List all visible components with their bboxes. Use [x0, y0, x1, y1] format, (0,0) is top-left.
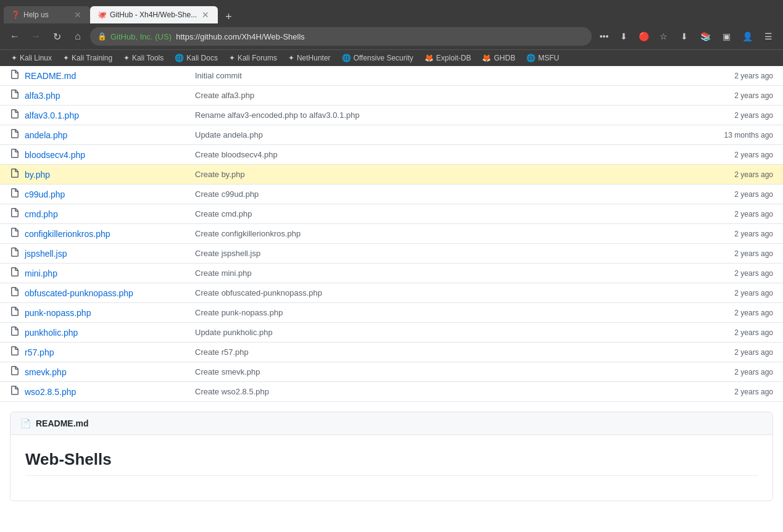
table-row: punkholic.php Update punkholic.php 2 yea… [0, 323, 783, 343]
bookmark-kali-forums-label: Kali Forums [238, 54, 277, 62]
bookmark-exploit-db-label: Exploit-DB [436, 54, 471, 62]
file-icon [10, 70, 20, 81]
bookmark-star-button[interactable]: ☆ [655, 28, 672, 45]
table-row: cmd.php Create cmd.php 2 years ago [0, 204, 783, 224]
kali-training-icon: ✦ [63, 54, 69, 62]
file-link[interactable]: README.md [25, 71, 76, 81]
file-time: 2 years ago [693, 190, 773, 199]
file-link[interactable]: alfa3.php [25, 91, 60, 101]
table-row: wso2.8.5.php Create wso2.8.5.php 2 years… [0, 382, 783, 402]
file-message: Create cmd.php [195, 209, 693, 218]
sync-button[interactable]: 🔴 [635, 28, 652, 45]
file-link[interactable]: wso2.8.5.php [25, 387, 76, 397]
file-icon [10, 326, 20, 338]
reload-button[interactable]: ↻ [48, 28, 65, 45]
address-bar[interactable]: 🔒 GitHub, Inc. (US) https://github.com/X… [90, 27, 592, 46]
file-link[interactable]: configkillerionkros.php [25, 229, 110, 239]
tab-help-title: Help us [23, 10, 69, 19]
file-message: Create punk-nopass.php [195, 308, 693, 317]
forward-button[interactable]: → [27, 28, 44, 45]
file-time: 2 years ago [693, 230, 773, 238]
table-row: jspshell.jsp Create jspshell.jsp 2 years… [0, 244, 783, 264]
bookmark-exploit-db[interactable]: 🦊 Exploit-DB [420, 52, 476, 64]
bookmark-offensive-security[interactable]: 🌐 Offensive Security [337, 52, 418, 64]
file-time: 2 years ago [693, 348, 773, 357]
table-row: alfa3.php Create alfa3.php 2 years ago [0, 86, 783, 106]
more-button[interactable]: ••• [595, 28, 613, 45]
file-icon [10, 287, 20, 299]
file-name-col: by.php [10, 168, 195, 180]
bookmark-ghdb[interactable]: 🦊 GHDB [477, 52, 520, 64]
file-icon [10, 89, 20, 101]
file-link[interactable]: jspshell.jsp [25, 249, 67, 259]
file-time: 2 years ago [693, 72, 773, 80]
file-link[interactable]: mini.php [25, 268, 57, 278]
exploit-db-icon: 🦊 [425, 54, 434, 62]
library-button[interactable]: 📚 [697, 28, 714, 45]
file-link[interactable]: r57.php [25, 347, 54, 357]
file-icon [10, 188, 20, 200]
file-link[interactable]: punk-nopass.php [25, 308, 91, 318]
file-icon [10, 366, 20, 378]
file-time: 2 years ago [693, 328, 773, 337]
file-icon [10, 267, 20, 279]
home-button[interactable]: ⌂ [69, 28, 86, 45]
file-link[interactable]: cmd.php [25, 209, 58, 219]
tab-github[interactable]: 🐙 GitHub - Xh4H/Web-She... ✕ [90, 6, 218, 23]
add-tab-button[interactable]: + [223, 10, 234, 23]
offensive-security-icon: 🌐 [342, 54, 351, 62]
file-name-col: punk-nopass.php [10, 307, 195, 318]
file-message: Create c99ud.php [195, 189, 693, 199]
readme-section: 📄 README.md Web-Shells [10, 412, 773, 501]
secure-icon: 🔒 [97, 32, 107, 41]
file-time: 2 years ago [693, 170, 773, 179]
bookmark-kali-linux-label: Kali Linux [20, 54, 52, 62]
file-message: Update punkholic.php [195, 328, 693, 337]
file-link[interactable]: by.php [25, 170, 50, 180]
file-icon [10, 208, 20, 220]
msfu-icon: 🌐 [526, 54, 536, 62]
file-time: 2 years ago [693, 151, 773, 159]
file-name-col: r57.php [10, 346, 195, 358]
table-row: by.php Create by.php 2 years ago [0, 165, 783, 185]
tab-help-close[interactable]: ✕ [73, 10, 83, 20]
file-link[interactable]: smevk.php [25, 367, 67, 377]
nav-bar: ← → ↻ ⌂ 🔒 GitHub, Inc. (US) https://gith… [0, 23, 783, 49]
file-list: README.md Initial commit 2 years ago alf… [0, 66, 783, 402]
file-icon [10, 228, 20, 239]
menu-button[interactable]: ☰ [760, 28, 777, 45]
readme-header-label: README.md [36, 418, 89, 428]
tab-github-close[interactable]: ✕ [201, 10, 210, 20]
file-link[interactable]: bloodsecv4.php [25, 150, 85, 160]
file-link[interactable]: andela.php [25, 130, 67, 140]
browser-chrome: ❓ Help us ✕ 🐙 GitHub - Xh4H/Web-She... ✕… [0, 0, 783, 66]
file-message: Create configkillerionkros.php [195, 229, 693, 238]
file-link[interactable]: punkholic.php [25, 328, 78, 338]
bookmark-kali-docs-label: Kali Docs [186, 54, 218, 62]
bookmark-kali-training-label: Kali Training [72, 54, 112, 62]
bookmark-msfu[interactable]: 🌐 MSFU [521, 52, 564, 64]
account-button[interactable]: 👤 [739, 28, 756, 45]
bookmark-nethunter[interactable]: ✦ NetHunter [283, 52, 336, 64]
table-row: r57.php Create r57.php 2 years ago [0, 343, 783, 362]
sidebar-button[interactable]: ▣ [718, 28, 735, 45]
file-link[interactable]: alfav3.0.1.php [25, 110, 79, 120]
bookmark-kali-tools[interactable]: ✦ Kali Tools [118, 52, 168, 64]
bookmark-kali-docs[interactable]: 🌐 Kali Docs [170, 52, 223, 64]
bookmark-kali-linux[interactable]: ✦ Kali Linux [6, 52, 57, 64]
file-link[interactable]: c99ud.php [25, 189, 65, 199]
bookmark-kali-training[interactable]: ✦ Kali Training [58, 52, 117, 64]
back-button[interactable]: ← [6, 28, 23, 45]
file-icon [10, 109, 20, 121]
bookmark-kali-forums[interactable]: ✦ Kali Forums [224, 52, 282, 64]
tab-help[interactable]: ❓ Help us ✕ [4, 6, 90, 23]
file-name-col: obfuscated-punknopass.php [10, 287, 195, 299]
pocket-button[interactable]: ⬇ [615, 28, 632, 45]
bookmark-ghdb-label: GHDB [494, 54, 515, 62]
file-message: Create alfa3.php [195, 91, 693, 100]
file-message: Create smevk.php [195, 367, 693, 376]
download-button[interactable]: ⬇ [676, 28, 693, 45]
table-row: obfuscated-punknopass.php Create obfusca… [0, 283, 783, 303]
file-name-col: wso2.8.5.php [10, 386, 195, 397]
file-link[interactable]: obfuscated-punknopass.php [25, 288, 133, 298]
